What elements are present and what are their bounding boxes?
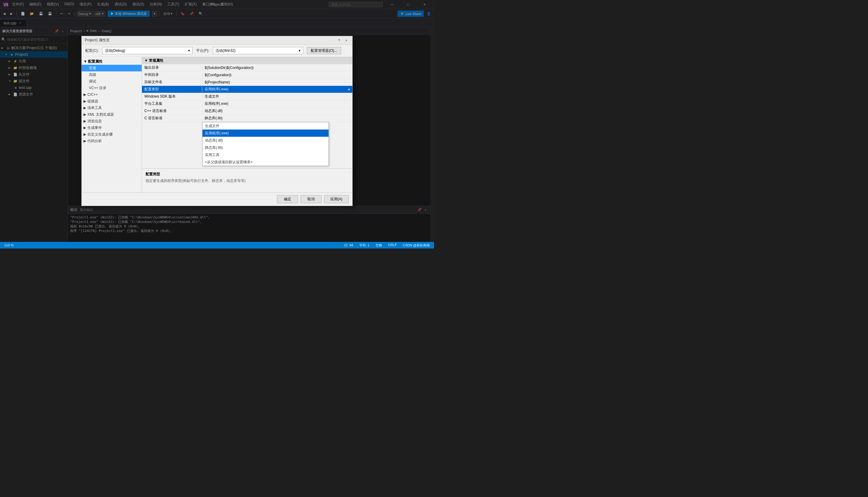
tree-item-manifest[interactable]: ▶ 清单工具 xyxy=(82,104,142,111)
prop-row-config-type[interactable]: 配置类型 应用程序(.exe) ▾ xyxy=(142,86,352,93)
dialog-title-bar: Project1 属性页 ? × xyxy=(82,36,352,45)
tree-item-vc-dirs[interactable]: VC++ 目录 xyxy=(82,85,142,91)
prop-name-platform-toolset: 平台工具集 xyxy=(142,101,202,106)
prop-row-c-std[interactable]: C 语言标准 静态库(.lib) xyxy=(142,115,352,122)
prop-name-cpp-std: C++ 语言标准 xyxy=(142,109,202,114)
status-spaces[interactable]: 空格 xyxy=(374,243,384,247)
tree-item-debug[interactable]: 调试 xyxy=(82,78,142,85)
prop-row-cpp-std[interactable]: C++ 语言标准 动态库(.dll) xyxy=(142,108,352,115)
status-col[interactable]: 字符: 1 xyxy=(358,243,371,247)
property-tree: ▼ 配置属性 常规 高级 调试 VC++ 目录 ▶ C/C++ ▶ 链接器 ▶ … xyxy=(82,57,142,193)
prop-value-target-name: $(ProjectName) xyxy=(202,80,352,84)
status-crlf[interactable]: CRLF xyxy=(387,243,399,247)
status-right: 行: 94 字符: 1 空格 CRLF CSDN @风吹南墙 xyxy=(342,243,432,247)
prop-name-sdk: Windows SDK 版本 xyxy=(142,94,202,99)
prop-row-target-name[interactable]: 目标文件名 $(ProjectName) xyxy=(142,79,352,86)
dropdown-item-utility[interactable]: 实用工具 xyxy=(202,151,328,158)
property-dialog: Project1 属性页 ? × 配置(C): 活动(Debug) ▾ 平台(P… xyxy=(81,36,353,206)
tree-item-general[interactable]: 常规 xyxy=(82,65,142,71)
property-content: ▼ 常规属性 输出目录 $(SolutionDir)$(Configuratio… xyxy=(142,57,352,193)
status-row[interactable]: 行: 94 xyxy=(342,243,355,247)
dropdown-arrow-icon[interactable]: ▾ xyxy=(348,87,350,91)
dropdown-item-exe[interactable]: 应用程序(.exe) xyxy=(202,129,328,137)
prop-row-sdk[interactable]: Windows SDK 版本 生成文件 xyxy=(142,93,352,100)
status-zoom[interactable]: 110 % xyxy=(2,243,15,247)
prop-row-output-dir[interactable]: 输出目录 $(SolutionDir)$(Configuration)\ xyxy=(142,64,352,71)
prop-value-config-type[interactable]: 应用程序(.exe) ▾ xyxy=(202,87,352,92)
dropdown-item-dll[interactable]: 动态库(.dll) xyxy=(202,137,328,144)
prop-row-int-dir[interactable]: 中间目录 $(Configuration)\ xyxy=(142,71,352,79)
prop-value-output-dir: $(SolutionDir)$(Configuration)\ xyxy=(202,66,352,70)
status-bar: 110 % 行: 94 字符: 1 空格 CRLF CSDN @风吹南墙 xyxy=(0,242,434,248)
dropdown-item-makefile[interactable]: 生成文件 xyxy=(202,122,328,129)
prop-value-cpp-std: 动态库(.dll) xyxy=(202,109,352,114)
prop-name-output-dir: 输出目录 xyxy=(142,65,202,70)
prop-desc-title: 配置类型 xyxy=(145,172,349,177)
prop-row-platform-toolset[interactable]: 平台工具集 应用程序(.exe) xyxy=(142,100,352,108)
prop-value-sdk: 生成文件 xyxy=(202,94,352,99)
tree-item-linker[interactable]: ▶ 链接器 xyxy=(82,98,142,104)
dropdown-item-inherit[interactable]: <从父级或项目默认设置继承> xyxy=(202,158,328,166)
prop-name-c-std: C 语言标准 xyxy=(142,116,202,121)
platform-select[interactable]: 活动(Win32) ▾ xyxy=(213,47,303,54)
config-label: 配置(C): xyxy=(85,48,99,53)
prop-value-platform-toolset: 应用程序(.exe) xyxy=(202,101,352,106)
tree-item-cpp[interactable]: ▶ C/C++ xyxy=(82,91,142,98)
config-type-dropdown: 生成文件 应用程序(.exe) 动态库(.dll) 静态库(.lib) 实用工具… xyxy=(202,122,329,166)
prop-section-header: ▼ 常规属性 xyxy=(142,57,352,64)
dialog-buttons: 确定 取消 应用(A) xyxy=(82,193,352,206)
config-manager-btn[interactable]: 配置管理器(O)... xyxy=(307,47,341,54)
platform-label: 平台(P): xyxy=(196,48,209,53)
tree-config-header[interactable]: ▼ 配置属性 xyxy=(82,58,142,65)
modal-overlay: Project1 属性页 ? × 配置(C): 活动(Debug) ▾ 平台(P… xyxy=(0,0,434,242)
tree-item-advanced[interactable]: 高级 xyxy=(82,71,142,78)
status-encoding: CSDN @风吹南墙 xyxy=(401,243,432,247)
tree-item-xml[interactable]: ▶ XML 文档生成器 xyxy=(82,111,142,118)
dialog-body: ▼ 配置属性 常规 高级 调试 VC++ 目录 ▶ C/C++ ▶ 链接器 ▶ … xyxy=(82,57,352,193)
tree-item-browse[interactable]: ▶ 浏览信息 xyxy=(82,118,142,124)
dialog-cancel-btn[interactable]: 取消 xyxy=(300,195,322,203)
tree-item-custom-build[interactable]: ▶ 自定义生成步骤 xyxy=(82,131,142,138)
dialog-config-row: 配置(C): 活动(Debug) ▾ 平台(P): 活动(Win32) ▾ 配置… xyxy=(82,45,352,57)
prop-name-target-name: 目标文件名 xyxy=(142,80,202,85)
prop-value-int-dir: $(Configuration)\ xyxy=(202,73,352,77)
prop-desc-text: 指定要生成的程序类型(例如可执行文件、静态库，动态库等等) xyxy=(145,178,349,183)
dialog-close-btn[interactable]: × xyxy=(343,37,349,43)
prop-name-int-dir: 中间目录 xyxy=(142,72,202,77)
dialog-ok-btn[interactable]: 确定 xyxy=(277,195,298,203)
config-select[interactable]: 活动(Debug) ▾ xyxy=(102,47,193,54)
dropdown-item-lib[interactable]: 静态库(.lib) xyxy=(202,144,328,151)
tree-item-code-analysis[interactable]: ▶ 代码分析 xyxy=(82,138,142,144)
dialog-help-btn[interactable]: ? xyxy=(336,37,342,43)
prop-value-c-std: 静态库(.lib) xyxy=(202,116,352,121)
tree-item-build-events[interactable]: ▶ 生成事件 xyxy=(82,124,142,131)
prop-description: 配置类型 指定要生成的程序类型(例如可执行文件、静态库，动态库等等) xyxy=(142,168,352,193)
dialog-apply-btn[interactable]: 应用(A) xyxy=(324,195,349,203)
dialog-title: Project1 属性页 xyxy=(85,38,110,43)
prop-table: ▼ 常规属性 输出目录 $(SolutionDir)$(Configuratio… xyxy=(142,57,352,168)
prop-name-config-type: 配置类型 xyxy=(142,87,202,92)
